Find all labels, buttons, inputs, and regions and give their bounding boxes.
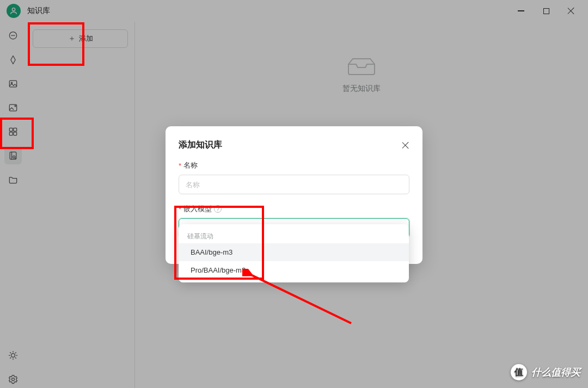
modal-title: 添加知识库: [179, 139, 222, 151]
embed-model-label: *嵌入模型 ?: [179, 204, 409, 214]
embed-model-dropdown: 硅基流动 BAAI/bge-m3 Pro/BAAI/bge-m3: [179, 224, 409, 282]
dropdown-group-label: 硅基流动: [179, 229, 409, 243]
help-icon[interactable]: ?: [214, 205, 222, 213]
name-label: *名称: [179, 161, 409, 170]
name-input[interactable]: [179, 175, 409, 194]
modal-close-button[interactable]: [402, 141, 409, 149]
dropdown-option-1[interactable]: Pro/BAAI/bge-m3: [179, 261, 409, 279]
watermark-text: 什么值得买: [531, 366, 580, 379]
dropdown-option-0[interactable]: BAAI/bge-m3: [179, 243, 409, 261]
watermark: 值 什么值得买: [511, 364, 580, 380]
watermark-badge: 值: [511, 364, 527, 380]
